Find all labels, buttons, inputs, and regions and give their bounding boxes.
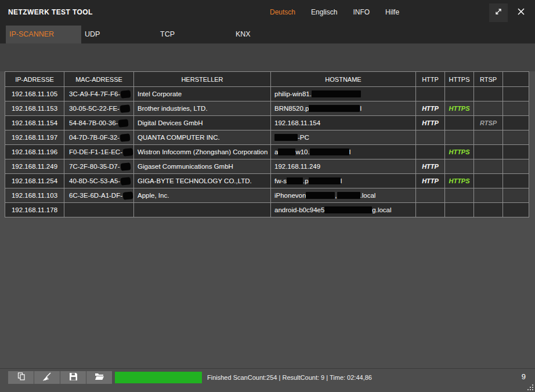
cell-ip-address: 192.168.11.154 xyxy=(5,116,64,130)
cell-rtsp-link xyxy=(474,174,503,188)
cell-vendor xyxy=(134,203,271,217)
column-header-rtsp[interactable]: RTSP xyxy=(474,71,503,87)
titlebar: NETZWERK TEST TOOL DeutschEnglischINFOHi… xyxy=(0,0,535,43)
cell-https-link xyxy=(445,116,474,130)
cell-http-link[interactable]: HTTP xyxy=(416,174,445,188)
cell-https-link[interactable]: HTTPS xyxy=(445,101,474,116)
cell-vendor: Intel Corporate xyxy=(134,87,271,101)
mac-redaction-scribble xyxy=(122,191,133,199)
cell-mac-address: 6C-3E-6D-A1-DF- xyxy=(64,188,134,203)
resize-grip[interactable] xyxy=(527,384,533,390)
cell-vendor: GIGA-BYTE TECHNOLOGY CO.,LTD. xyxy=(134,174,271,188)
menu-item-hilfe[interactable]: Hilfe xyxy=(385,8,399,16)
app-title: NETZWERK TEST TOOL xyxy=(8,8,93,16)
column-header-hostname[interactable]: HOSTNAME xyxy=(271,71,416,87)
table-row[interactable]: 192.168.11.25440-8D-5C-53-A5-GIGA-BYTE T… xyxy=(5,174,529,188)
hostname-redaction-bar xyxy=(274,134,298,141)
cell-ip-address: 192.168.11.196 xyxy=(5,145,64,159)
cell-hostname: philip-win81. xyxy=(271,87,416,101)
cell-rtsp-link xyxy=(474,87,503,101)
cell-http-link xyxy=(416,188,445,203)
tab-knx[interactable]: KNX xyxy=(232,26,308,43)
mac-redaction-scribble xyxy=(120,162,131,170)
cell-hostname: 192.168.11.249 xyxy=(271,159,416,174)
column-header-ip-adresse[interactable]: IP-ADRESSE xyxy=(5,71,64,87)
cell-https-link xyxy=(445,159,474,174)
cell-empty xyxy=(503,188,529,203)
menu-item-info[interactable]: INFO xyxy=(353,8,370,16)
cell-mac-address xyxy=(64,203,134,217)
expand-icon xyxy=(494,7,503,19)
column-header-http[interactable]: HTTP xyxy=(416,71,445,87)
menu-item-deutsch[interactable]: Deutsch xyxy=(270,8,295,16)
column-header-hersteller[interactable]: HERSTELLER xyxy=(134,71,271,87)
cell-https-link[interactable]: HTTPS xyxy=(445,145,474,159)
cell-rtsp-link xyxy=(474,188,503,203)
hostname-redaction-bar xyxy=(310,148,349,155)
cell-rtsp-link xyxy=(474,101,503,116)
cell-ip-address: 192.168.11.197 xyxy=(5,130,64,145)
cell-https-link xyxy=(445,87,474,101)
menu-item-englisch[interactable]: Englisch xyxy=(311,8,337,16)
cell-hostname: aw10.l xyxy=(271,145,416,159)
cell-mac-address: 3C-A9-F4-7F-F6- xyxy=(64,87,134,101)
cell-ip-address: 192.168.11.153 xyxy=(5,101,64,116)
table-row[interactable]: 192.168.11.15454-84-7B-00-36-Digital Dev… xyxy=(5,116,529,130)
cell-ip-address: 192.168.11.249 xyxy=(5,159,64,174)
cell-hostname: -PC xyxy=(271,130,416,145)
save-button[interactable] xyxy=(60,371,86,384)
cell-mac-address: 40-8D-5C-53-A5- xyxy=(64,174,134,188)
cell-hostname: BRN8520.pl xyxy=(271,101,416,116)
result-count: 9 xyxy=(522,369,526,384)
cell-mac-address: 54-84-7B-00-36- xyxy=(64,116,134,130)
table-row[interactable]: 192.168.11.1053C-A9-F4-7F-F6-Intel Corpo… xyxy=(5,87,529,101)
table-row[interactable]: 192.168.11.178android-b0c94e5g.local xyxy=(5,203,529,217)
close-icon xyxy=(517,8,525,18)
table-row[interactable]: 192.168.11.15330-05-5C-22-FE-Brother ind… xyxy=(5,101,529,116)
cell-http-link[interactable]: HTTP xyxy=(416,159,445,174)
tab-tcp[interactable]: TCP xyxy=(157,26,232,43)
open-folder-button[interactable] xyxy=(86,371,112,384)
cell-ip-address: 192.168.11.254 xyxy=(5,174,64,188)
column-header-mac-adresse[interactable]: MAC-ADRESSE xyxy=(64,71,134,87)
hostname-redaction-bar xyxy=(312,90,361,97)
tab-bar: IP-SCANNERUDPTCPKNX xyxy=(6,26,308,43)
scan-progressbar xyxy=(115,372,202,383)
hostname-redaction-bar xyxy=(337,192,360,199)
cell-rtsp-link xyxy=(474,130,503,145)
cell-empty xyxy=(503,87,529,101)
tab-udp[interactable]: UDP xyxy=(81,26,157,43)
cell-mac-address: F0-DE-F1-1E-EC- xyxy=(64,145,134,159)
cell-https-link xyxy=(445,130,474,145)
table-row[interactable]: 192.168.11.196F0-DE-F1-1E-EC-Wistron Inf… xyxy=(5,145,529,159)
copy-button[interactable] xyxy=(8,371,34,384)
cell-empty xyxy=(503,101,529,116)
cell-rtsp-link xyxy=(474,159,503,174)
column-header-blank[interactable] xyxy=(503,71,529,87)
clear-button[interactable] xyxy=(34,371,60,384)
cell-hostname: android-b0c94e5g.local xyxy=(271,203,416,217)
cell-empty xyxy=(503,130,529,145)
cell-ip-address: 192.168.11.178 xyxy=(5,203,64,217)
scan-toolbar: 192.168.11.1 -192.168.11.254 DIFFERENZ-S… xyxy=(0,43,535,71)
cell-ip-address: 192.168.11.105 xyxy=(5,87,64,101)
table-header-row: IP-ADRESSEMAC-ADRESSEHERSTELLERHOSTNAMEH… xyxy=(5,71,529,87)
hostname-redaction-bar xyxy=(309,105,360,112)
hostname-redaction-bar xyxy=(309,177,341,184)
table-row[interactable]: 192.168.11.2497C-2F-80-35-D7-Gigaset Com… xyxy=(5,159,529,174)
close-button[interactable] xyxy=(513,5,529,21)
cell-vendor: Gigaset Communications GmbH xyxy=(134,159,271,174)
cell-http-link[interactable]: HTTP xyxy=(416,116,445,130)
cell-rtsp-link xyxy=(474,203,503,217)
cell-rtsp-link[interactable]: RTSP xyxy=(474,116,503,130)
cell-https-link[interactable]: HTTPS xyxy=(445,174,474,188)
tab-ip-scanner[interactable]: IP-SCANNER xyxy=(6,26,81,43)
table-row[interactable]: 192.168.11.1036C-3E-6D-A1-DF-Apple, Inc.… xyxy=(5,188,529,203)
mac-redaction-scribble xyxy=(120,104,130,112)
cell-http-link[interactable]: HTTP xyxy=(416,101,445,116)
mac-redaction-scribble xyxy=(121,90,131,98)
table-row[interactable]: 192.168.11.19704-7D-7B-0F-32-QUANTA COMP… xyxy=(5,130,529,145)
maximize-button[interactable] xyxy=(489,3,508,22)
column-header-https[interactable]: HTTPS xyxy=(445,71,474,87)
cell-http-link xyxy=(416,203,445,217)
